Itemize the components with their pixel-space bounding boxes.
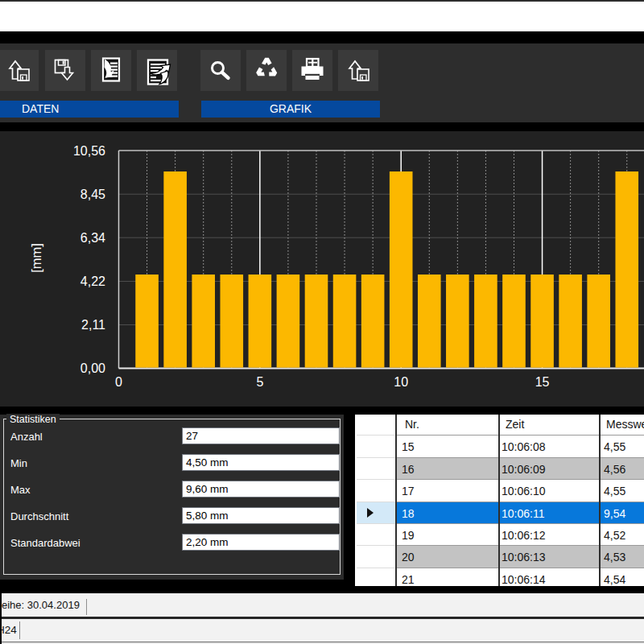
svg-text:6,34: 6,34 (80, 231, 105, 245)
svg-text:15: 15 (535, 375, 550, 389)
svg-text:10,56: 10,56 (73, 144, 105, 158)
svg-text:8,45: 8,45 (80, 188, 105, 201)
svg-text:0: 0 (115, 375, 122, 389)
svg-text:[mm]: [mm] (29, 243, 43, 273)
svg-text:5: 5 (256, 375, 263, 389)
svg-text:0,00: 0,00 (80, 361, 105, 375)
svg-text:4,22: 4,22 (80, 275, 105, 288)
svg-text:2,11: 2,11 (81, 318, 105, 332)
svg-text:10: 10 (394, 375, 408, 389)
